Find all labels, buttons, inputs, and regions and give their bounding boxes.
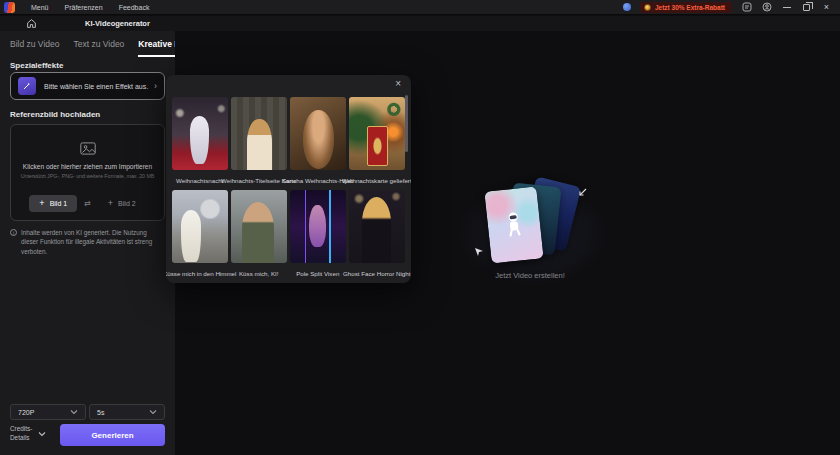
disclaimer-text: Inhalte werden von KI generiert. Die Nut… [21, 228, 162, 256]
astronaut-icon [503, 210, 526, 238]
effect-thumbnail[interactable] [172, 97, 228, 170]
image2-label: Bild 2 [118, 200, 136, 207]
sidebar: Bild zu Video Text zu Video Kreative Eff… [0, 31, 175, 455]
dropzone-title: Klicken oder hierher ziehen zum Importie… [11, 163, 164, 170]
image1-label: Bild 1 [50, 200, 68, 207]
home-icon[interactable] [26, 18, 37, 29]
effect-thumbnail[interactable] [231, 190, 287, 263]
effect-card[interactable]: Ghost Face Horror Night [349, 190, 405, 283]
maximize-button[interactable] [801, 2, 812, 13]
close-icon[interactable]: × [395, 79, 401, 89]
appbar: KI-Videogenerator [0, 16, 840, 31]
menu-button[interactable]: Menü [31, 4, 49, 11]
image1-button[interactable]: + Bild 1 [29, 195, 77, 212]
image-dropzone[interactable]: Klicken oder hierher ziehen zum Importie… [10, 124, 165, 221]
page-title: KI-Videogenerator [85, 19, 150, 28]
resolution-dropdown[interactable]: 720P [10, 404, 86, 420]
swap-icon[interactable]: ⇄ [84, 199, 91, 208]
effects-heading: Spezialeffekte [10, 61, 63, 70]
plus-icon: + [108, 199, 113, 208]
info-icon: i [10, 229, 17, 236]
coin-icon [644, 4, 651, 11]
close-window-button[interactable]: × [821, 2, 832, 13]
effect-thumbnail[interactable] [172, 190, 228, 263]
app-window: Menü Präferenzen Feedback Jetzt 30% Extr… [0, 0, 840, 455]
account-icon[interactable] [761, 2, 772, 13]
generate-label: Generieren [91, 431, 133, 440]
ai-disclaimer: i Inhalte werden von KI generiert. Die N… [10, 228, 162, 256]
chevron-down-icon [70, 409, 78, 415]
effect-selector-placeholder: Bitte wählen Sie einen Effekt aus. [44, 83, 148, 90]
effect-label: Weihnachts-Titelseite Karte [231, 170, 287, 190]
effect-selector[interactable]: Bitte wählen Sie einen Effekt aus. › [10, 72, 165, 100]
credits-label-line2: Details [10, 434, 30, 441]
empty-state-illustration [480, 181, 590, 276]
effect-thumbnail[interactable] [349, 97, 405, 170]
mode-tabs: Bild zu Video Text zu Video Kreative Eff… [10, 39, 203, 57]
effect-label: Weihnachtskarte geliefert [349, 170, 405, 190]
preferences-button[interactable]: Präferenzen [65, 4, 103, 11]
support-chat-icon[interactable] [741, 2, 752, 13]
chevron-down-icon [149, 409, 157, 415]
promo-label: Jetzt 30% Extra-Rabatt [655, 4, 725, 11]
titlebar: Menü Präferenzen Feedback Jetzt 30% Extr… [0, 0, 840, 15]
effects-grid: Weihnachtsnacht Weihnachts-Titelseite Ka… [172, 97, 405, 283]
dropzone-hint: Unterstützt JPG-, PNG- und weitere Forma… [11, 173, 164, 179]
effect-card[interactable]: Küsse mich in den Himmel [172, 190, 228, 283]
image2-button[interactable]: + Bild 2 [98, 195, 146, 212]
feedback-button[interactable]: Feedback [119, 4, 150, 11]
effect-card[interactable]: Weihnachtsnacht [172, 97, 228, 190]
effect-thumbnail[interactable] [290, 190, 346, 263]
plus-icon: + [39, 199, 44, 208]
effect-card[interactable]: Weihnachtskarte geliefert [349, 97, 405, 190]
empty-state-caption: Jetzt Video erstellen! [495, 271, 565, 280]
effect-card[interactable]: Pole Split Vixen [290, 190, 346, 283]
app-logo-icon [4, 2, 15, 13]
effect-card[interactable]: Weihnachts-Titelseite Karte [231, 97, 287, 190]
effect-label: Küsse mich in den Himmel [172, 263, 228, 283]
chevron-down-icon [38, 431, 46, 437]
effect-card[interactable]: Küss mich, KI! [231, 190, 287, 283]
effect-label: Pole Split Vixen [290, 263, 346, 283]
language-globe-icon[interactable] [623, 3, 631, 11]
minimize-button[interactable] [781, 2, 792, 13]
tab-bild-zu-video[interactable]: Bild zu Video [10, 39, 59, 57]
generate-button[interactable]: Generieren [60, 424, 165, 446]
duration-dropdown[interactable]: 5s [89, 404, 165, 420]
effect-label: Weihnachtsnacht [172, 170, 228, 190]
effects-modal: × Weihnachtsnacht Weihnachts-Titelseite … [166, 75, 411, 283]
image-icon [80, 141, 96, 159]
credits-details-toggle[interactable]: Credits- Details [10, 425, 46, 442]
effect-thumbnail[interactable] [231, 97, 287, 170]
modal-scrollbar[interactable] [405, 95, 408, 152]
image-slot-buttons: + Bild 1 ⇄ + Bild 2 [11, 195, 164, 212]
effect-thumbnail[interactable] [290, 97, 346, 170]
chevron-right-icon: › [154, 82, 157, 91]
magic-wand-icon [18, 77, 36, 95]
cursor-icon [474, 247, 484, 257]
effect-thumbnail[interactable] [349, 190, 405, 263]
resolution-value: 720P [18, 409, 34, 416]
illustration-card-front [484, 186, 543, 263]
tab-text-zu-video[interactable]: Text zu Video [73, 39, 124, 57]
effect-card[interactable]: Sancha Weihnachts-Hijab [290, 97, 346, 190]
effect-label: Küss mich, KI! [231, 263, 287, 283]
duration-value: 5s [97, 409, 104, 416]
cursor-arrow-icon [576, 187, 588, 199]
discount-promo-button[interactable]: Jetzt 30% Extra-Rabatt [640, 2, 732, 13]
effect-label: Ghost Face Horror Night [349, 263, 405, 283]
upload-heading: Referenzbild hochladen [10, 110, 100, 119]
effect-label: Sancha Weihnachts-Hijab [290, 170, 346, 190]
credits-label-line1: Credits- [10, 425, 32, 432]
